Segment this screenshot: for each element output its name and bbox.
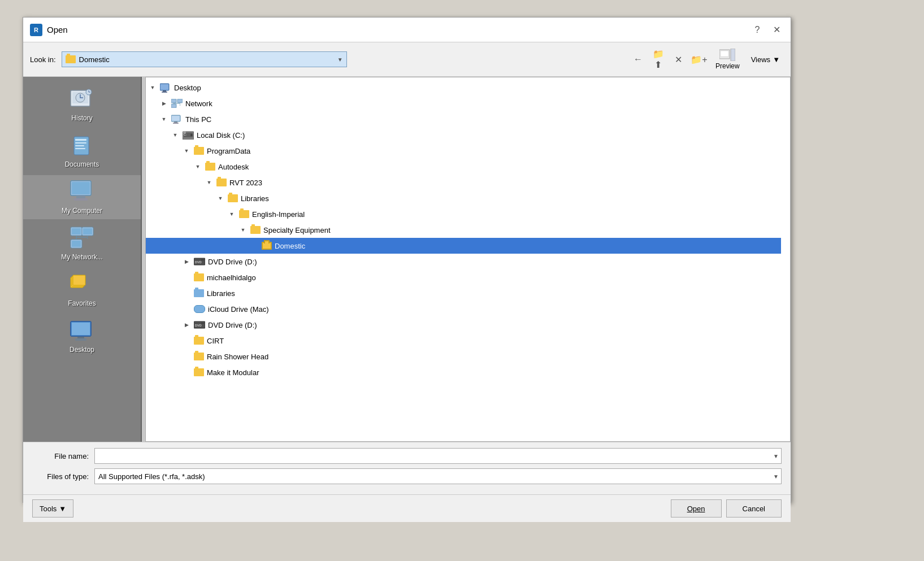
bottom-area: File name: ▼ Files of type: All Supporte… [23, 442, 791, 494]
svg-rect-2 [731, 49, 735, 61]
svg-rect-11 [75, 148, 85, 149]
preview-icon [719, 49, 735, 61]
title-controls: ? ✕ [750, 23, 784, 37]
tree-label-english-imperial: English-Imperial [252, 210, 305, 219]
expander-rain-shower [182, 352, 191, 361]
sidebar-item-favorites[interactable]: Favorites [23, 268, 141, 312]
files-of-type-select[interactable]: All Supported Files (*.rfa, *.adsk) ▼ [94, 468, 782, 484]
look-in-label: Look in: [30, 55, 56, 64]
tree-item-michaelhidalgo[interactable]: michaelhidalgo [146, 269, 781, 285]
history-icon [67, 87, 97, 112]
expander-network: ▶ [159, 99, 168, 108]
tree-item-libraries2[interactable]: Libraries [146, 285, 781, 301]
expander-english-imperial: ▼ [227, 210, 236, 219]
svg-rect-19 [83, 228, 92, 234]
tree-item-dvd-d2[interactable]: ▶ DVD DVD Drive (D:) [146, 317, 781, 333]
folder-icon-domestic [262, 242, 272, 250]
sidebar-item-desktop[interactable]: Desktop [23, 314, 141, 358]
preview-button[interactable]: Preview [710, 46, 745, 73]
look-in-folder-icon [66, 55, 76, 63]
cloud-icon-icloud [194, 305, 205, 313]
tree-item-libraries-rvt[interactable]: ▼ Libraries [146, 190, 781, 206]
tree-item-dvd-d1[interactable]: ▶ DVD DVD Drive (D:) [146, 254, 781, 269]
cancel-button[interactable]: Cancel [726, 499, 782, 517]
tools-arrow-icon: ▼ [59, 505, 66, 513]
expander-localdisk: ▼ [171, 131, 180, 140]
svg-rect-38 [177, 99, 183, 103]
sidebar-item-mycomputer[interactable]: My Computer [23, 175, 141, 219]
svg-rect-54 [201, 259, 204, 260]
new-folder-button[interactable]: 📁+ [690, 50, 708, 68]
sidebar-history-label: History [71, 114, 92, 122]
svg-rect-29 [72, 323, 90, 335]
file-name-input[interactable]: ▼ [94, 448, 782, 464]
desktop-icon [67, 319, 97, 343]
sidebar-item-history[interactable]: History [23, 82, 141, 127]
folder-icon-rvt2023 [216, 179, 227, 186]
tree-label-michaelhidalgo: michaelhidalgo [207, 273, 256, 282]
expander-cirt [182, 336, 191, 345]
help-button[interactable]: ? [750, 23, 765, 37]
tree-item-desktop[interactable]: ▼ Desktop [146, 80, 781, 95]
look-in-dropdown[interactable]: Domestic ▼ [62, 51, 347, 67]
expander-dvd-d2: ▶ [182, 320, 191, 329]
tree-item-icloud[interactable]: iCloud Drive (Mac) [146, 301, 781, 317]
expander-autodesk: ▼ [193, 162, 202, 171]
folder-icon-specialty-equipment [250, 226, 261, 234]
sidebar-favorites-label: Favorites [68, 299, 96, 307]
up-button[interactable]: 📁⬆ [649, 50, 667, 68]
tree-label-desktop: Desktop [174, 84, 201, 92]
tree-item-cirt[interactable]: CIRT [146, 333, 781, 349]
svg-rect-27 [73, 275, 85, 285]
tree-item-specialty-equipment[interactable]: ▼ Specialty Equipment [146, 222, 781, 238]
delete-button[interactable]: ✕ [670, 50, 688, 68]
dialog-title: Open [47, 25, 750, 34]
views-arrow-icon: ▼ [773, 55, 780, 64]
favorites-icon [67, 272, 97, 297]
svg-rect-10 [75, 145, 84, 146]
close-button[interactable]: ✕ [769, 23, 784, 37]
svg-text:DVD: DVD [195, 324, 202, 327]
delete-icon: ✕ [675, 54, 682, 65]
sidebar-mycomputer-label: My Computer [62, 207, 102, 215]
back-icon: ← [634, 54, 643, 64]
tree-label-localdisk: Local Disk (C:) [197, 131, 245, 140]
svg-rect-15 [74, 198, 88, 201]
svg-rect-34 [160, 84, 168, 90]
back-button[interactable]: ← [629, 50, 647, 68]
svg-rect-21 [72, 241, 81, 247]
svg-rect-37 [171, 99, 176, 103]
views-button[interactable]: Views ▼ [747, 53, 784, 67]
sidebar-item-documents[interactable]: Documents [23, 129, 141, 173]
folder-icon-english-imperial [239, 210, 249, 218]
sidebar-mynetwork-label: My Network... [61, 253, 102, 261]
tools-button[interactable]: Tools ▼ [32, 499, 73, 517]
tree-label-libraries-rvt: Libraries [241, 194, 269, 203]
tree-item-autodesk[interactable]: ▼ Autodesk [146, 159, 781, 175]
tree-item-domestic[interactable]: Domestic [146, 238, 781, 254]
tree-item-programdata[interactable]: ▼ ProgramData [146, 143, 781, 159]
tree-item-rain-shower[interactable]: Rain Shower Head [146, 349, 781, 364]
expander-michaelhidalgo [182, 273, 191, 282]
tree-label-thispc: This PC [185, 115, 211, 124]
open-button[interactable]: Open [671, 499, 722, 517]
expander-programdata: ▼ [182, 146, 191, 155]
tree-label-specialty-equipment: Specialty Equipment [263, 226, 331, 234]
expander-libraries-rvt: ▼ [216, 194, 225, 203]
sidebar-item-mynetwork[interactable]: My Network... [23, 221, 141, 266]
mycomputer-icon [67, 180, 97, 205]
svg-text:C:: C: [184, 133, 186, 136]
file-browser[interactable]: ▼ Desktop ▶ [145, 77, 791, 442]
expander-specialty-equipment: ▼ [238, 225, 248, 234]
svg-rect-44 [172, 116, 180, 121]
tree-item-rvt2023[interactable]: ▼ RVT 2023 [146, 175, 781, 190]
dropdown-arrow-icon: ▼ [337, 56, 343, 63]
tree-item-localdisk[interactable]: ▼ C: Local Disk (C:) [146, 127, 781, 143]
tree-item-english-imperial[interactable]: ▼ English-Imperial [146, 206, 781, 222]
tree-item-thispc[interactable]: ▼ This PC [146, 111, 781, 127]
tree-item-make-modular[interactable]: Make it Modular [146, 364, 781, 380]
tree-label-icloud: iCloud Drive (Mac) [208, 305, 269, 314]
tree-item-network[interactable]: ▶ Network [146, 95, 781, 111]
svg-rect-9 [75, 142, 86, 143]
folder-icon-programdata [194, 147, 204, 155]
